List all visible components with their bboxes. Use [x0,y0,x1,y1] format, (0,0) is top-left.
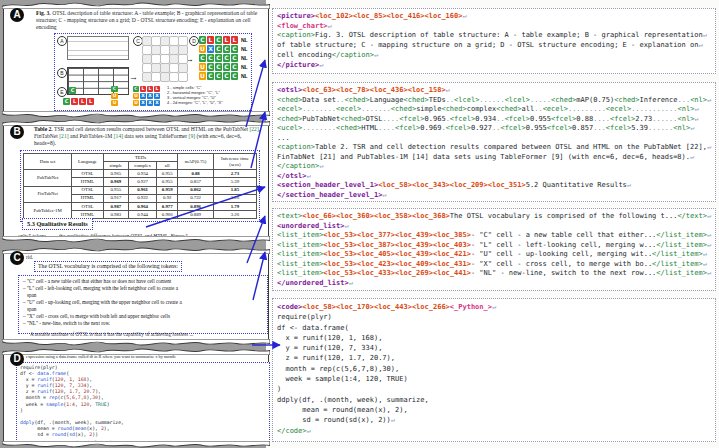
grid-row: U [111,93,118,99]
return-icon: ↵ [307,427,311,435]
text-token: 0.88 [576,115,593,123]
loc-token: <loc_377> [357,231,395,239]
text-token: mean = round(mean(x), 2), [277,406,408,414]
text-token: <picture> [277,12,315,20]
text-token: OTSL description of table structure: A -… [36,10,257,30]
return-icon: ↵ [446,86,450,94]
nl-label: NL [241,46,248,52]
doctags-line: require(plyr) [277,312,711,322]
grid-cell [179,46,187,54]
text-token: runif [37,383,51,388]
loc-token: <loc_421> [433,250,471,258]
text-token: OTSL [366,115,383,123]
return-icon: ↵ [627,181,631,189]
loc-token: <loc_441> [433,269,471,277]
text-token: <ched> [340,115,365,123]
loc-token: <loc_360> [336,212,374,220]
vocabulary-list-item: span [23,292,263,299]
doctags-line: <text><loc_66><loc_360><loc_358><loc_368… [277,212,711,222]
doctags-line: </section_header_level_1>↵ [277,191,711,201]
return-icon: ↵ [391,416,395,424]
text-token: </list_item> [656,269,707,277]
encode-horizontal: CLLL [63,98,94,106]
table-row: FinTabNetOTSL0.9550.9610.9590.8621.85 [24,186,257,194]
legend-line: 4 - 2d merges: "C", "L", "U", "X" [167,101,247,106]
value-cell: 0.955 [157,170,178,178]
grid-cell [152,73,160,81]
return-icon: ↵ [690,153,694,161]
text-token: FinTabNet [21] and PubTables-1M [14] dat… [277,153,690,161]
text-token: <ecel> [606,105,631,113]
doctags-code-block: <code><loc_58><loc_170><loc_443><loc_266… [272,298,716,442]
torn-edge-top [2,0,270,9]
doctags-line: <code><loc_58><loc_170><loc_443><loc_266… [277,302,711,312]
loc-token: <loc_409> [395,260,433,268]
doctags-line: ) [277,384,711,394]
return-icon: ↵ [344,222,348,230]
text-token: Data set [302,96,336,104]
otsl-cell-C: C [223,54,230,62]
loc-token: <loc_433> [357,269,395,277]
otsl-cell-U: U [199,45,206,53]
text-token: The OTSL vocabulary is comprised of the … [450,212,678,220]
otsl-cell-X: X [147,93,153,99]
r-code-intro: expression using a data.frame called df … [26,354,264,359]
doctags-line: x = runif(120, 1, 168), [277,333,711,343]
doctags-line: </unordered_list>↵ [277,279,711,289]
doctags-line: <flow_chart>↵ [277,22,711,32]
otsl-cell-X: X [154,93,160,99]
grid-cell [161,37,169,45]
return-icon: ↵ [694,105,698,113]
text-token: ..... [530,96,551,104]
column-header: Data set [24,154,72,170]
doctags-line: <list_item><loc_53><loc_423><loc_409><lo… [277,260,711,270]
doctags-line: ... [277,134,711,144]
return-icon: ↵ [707,269,711,277]
otsl-cell-L: L [79,98,86,105]
text-token: ), [86,383,92,388]
otsl-cell-U: U [133,100,139,106]
text-token: [21] [59,133,68,139]
sub-label-a: A [57,36,67,46]
grid-cell [152,46,160,54]
text-token: require(plyr) [277,313,332,321]
clipped-word: rid. [26,254,66,260]
text-token: week = sample(1:4, 120, TRUE) [277,375,408,383]
loc-token: <loc_53> [323,231,357,239]
grid-row [143,64,187,72]
value-cell: 0.969 [103,178,128,186]
text-token: </picture> [277,61,319,69]
text-token: (df, .(month, week), summarize, [34,420,124,425]
text-token: 20.7 [84,389,96,394]
text-token: mAP(0.75) [576,96,614,104]
doctags-line: <caption>Table 2. TSR and cell detection… [277,143,711,153]
table-2-caption: Table 2. TSR and cell detection results … [34,126,262,147]
text-token: ...... [652,115,677,123]
otsl-cell-C: C [199,54,206,62]
return-icon: ↵ [349,279,353,287]
text-token: - "L" cell - left-looking cell, merging … [471,241,656,249]
vocabulary-list-item: span [23,306,263,313]
text-token: (x), [75,432,89,437]
doctags-otsl-table-block: <otsl><loc_63><loc_78><loc_436><loc_158>… [272,82,716,202]
text-token: month = [20,395,49,400]
doctags-line: sd = round(sd(x), 2))↵ [277,415,711,425]
text-token: <ecel> [336,105,361,113]
doctags-line: FinTabNet [21] and PubTables-1M [14] dat… [277,153,711,163]
text-token: <nl> [673,124,690,132]
text-token: .. [534,105,542,113]
text-token: <caption> [277,31,315,39]
grid-cell [161,64,169,72]
dataset-cell: FinTabNet [24,186,72,202]
doctags-line: week = sample(1:4, 120, TRUE) [277,374,711,384]
text-token: </code> [277,427,307,435]
otsl-cell-U: U [133,93,139,99]
value-cell: 0.987 [103,202,128,210]
doctags-line: <list_item><loc_53><loc_405><loc_439><lo… [277,250,711,260]
text-token: ddply(df, .(month, week), summarize, [277,396,429,404]
doctags-line: month = rep(c(5,6,7,8),30), [277,364,711,374]
loc-token: <loc_436> [370,86,408,94]
text-token: require(plyr) [20,365,58,370]
grid-cell [170,64,178,72]
text-token: PubTabNet [302,115,340,123]
